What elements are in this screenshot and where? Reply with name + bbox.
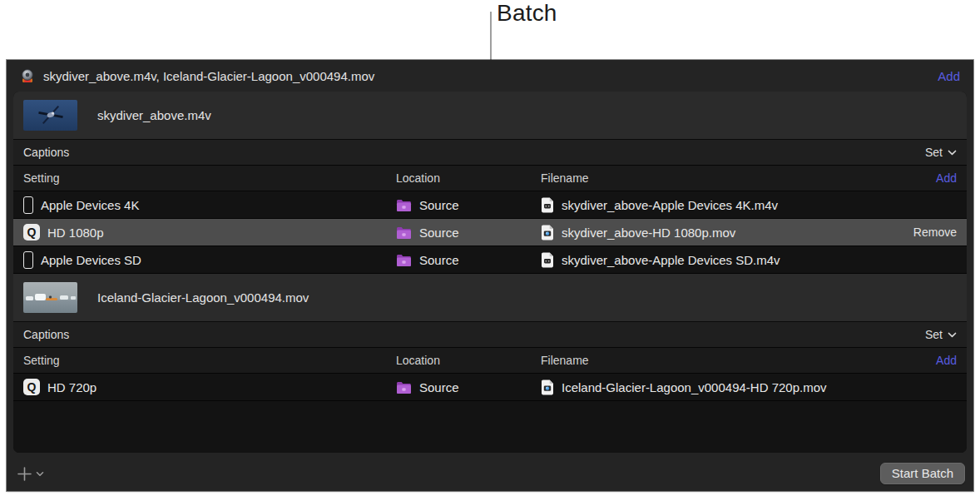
job-title: Iceland-Glacier-Lagoon_v000494.mov bbox=[97, 290, 309, 305]
page: Batch skydiver_above.m bbox=[0, 0, 980, 496]
batch-icon bbox=[20, 68, 35, 83]
add-outputs-menu-button[interactable] bbox=[17, 466, 44, 482]
job-header-iceland[interactable]: Iceland-Glacier-Lagoon_v000494.mov bbox=[13, 274, 967, 322]
setting-name: Apple Devices 4K bbox=[41, 198, 139, 212]
location-name: Source bbox=[419, 226, 459, 240]
captions-row: Captions Set bbox=[13, 140, 967, 166]
quicktime-icon: Q bbox=[23, 224, 40, 241]
outputs-table-header: Setting Location Filename Add bbox=[13, 166, 967, 191]
output-row[interactable]: Q HD 720p Source bbox=[13, 374, 967, 401]
apple-device-icon bbox=[23, 251, 33, 269]
video-file-icon bbox=[541, 252, 554, 268]
skydiver-aerial-thumbnail bbox=[23, 100, 77, 131]
column-location: Location bbox=[396, 171, 440, 185]
location-name: Source bbox=[419, 253, 459, 267]
empty-list-area bbox=[13, 401, 967, 453]
start-batch-button[interactable]: Start Batch bbox=[880, 463, 965, 484]
compressor-batch-window: skydiver_above.m4v, Iceland-Glacier-Lago… bbox=[7, 60, 973, 491]
output-row[interactable]: Apple Devices SD Source bbox=[13, 246, 967, 274]
column-filename: Filename bbox=[541, 171, 589, 185]
setting-name: HD 1080p bbox=[47, 226, 104, 240]
location-name: Source bbox=[419, 380, 459, 394]
batch-annotation-label: Batch bbox=[497, 0, 557, 27]
folder-icon bbox=[396, 254, 412, 266]
batch-title: skydiver_above.m4v, Iceland-Glacier-Lago… bbox=[43, 69, 929, 83]
setting-name: Apple Devices SD bbox=[41, 253, 141, 267]
captions-set-dropdown[interactable]: Set bbox=[925, 328, 957, 341]
output-filename: Iceland-Glacier-Lagoon_v000494-HD 720p.m… bbox=[562, 380, 827, 394]
location-name: Source bbox=[419, 198, 459, 212]
output-row[interactable]: Apple Devices 4K Source bbox=[13, 191, 967, 219]
chevron-down-icon bbox=[948, 332, 957, 338]
chevron-down-icon bbox=[948, 150, 957, 156]
captions-row: Captions Set bbox=[13, 322, 967, 348]
video-file-icon bbox=[541, 197, 554, 213]
folder-icon bbox=[396, 226, 412, 239]
callout-line bbox=[490, 12, 492, 60]
chevron-down-icon bbox=[36, 471, 44, 477]
batch-titlebar: skydiver_above.m4v, Iceland-Glacier-Lago… bbox=[7, 60, 973, 92]
quicktime-file-icon bbox=[541, 379, 554, 395]
quicktime-icon: Q bbox=[23, 379, 40, 395]
job-title: skydiver_above.m4v bbox=[97, 108, 211, 122]
captions-label: Captions bbox=[23, 328, 69, 341]
add-output-button[interactable]: Add bbox=[936, 171, 957, 185]
column-setting: Setting bbox=[23, 354, 60, 367]
output-row-selected[interactable]: Q HD 1080p Source bbox=[13, 219, 967, 246]
job-list: skydiver_above.m4v Captions Set Setting … bbox=[13, 92, 967, 453]
output-filename: skydiver_above-HD 1080p.mov bbox=[562, 226, 735, 240]
quicktime-file-icon bbox=[541, 225, 554, 241]
job-header-skydiver[interactable]: skydiver_above.m4v bbox=[13, 92, 967, 140]
glacier-lagoon-thumbnail bbox=[23, 282, 77, 313]
plus-icon bbox=[17, 466, 32, 482]
column-location: Location bbox=[396, 354, 440, 367]
remove-button[interactable]: Remove bbox=[913, 226, 957, 239]
bottom-toolbar: Start Batch bbox=[7, 458, 973, 491]
captions-label: Captions bbox=[23, 146, 69, 159]
folder-icon bbox=[396, 199, 412, 211]
add-job-button[interactable]: Add bbox=[938, 69, 960, 83]
output-filename: skydiver_above-Apple Devices SD.m4v bbox=[562, 253, 780, 267]
output-filename: skydiver_above-Apple Devices 4K.m4v bbox=[562, 198, 778, 212]
captions-set-dropdown[interactable]: Set bbox=[925, 146, 957, 159]
folder-icon bbox=[396, 381, 412, 394]
add-output-button[interactable]: Add bbox=[936, 354, 957, 367]
outputs-table-header: Setting Location Filename Add bbox=[13, 348, 967, 374]
column-setting: Setting bbox=[23, 171, 60, 185]
setting-name: HD 720p bbox=[47, 380, 97, 394]
set-label: Set bbox=[925, 146, 943, 159]
column-filename: Filename bbox=[541, 354, 589, 367]
set-label: Set bbox=[925, 328, 943, 341]
apple-device-icon bbox=[23, 196, 33, 214]
